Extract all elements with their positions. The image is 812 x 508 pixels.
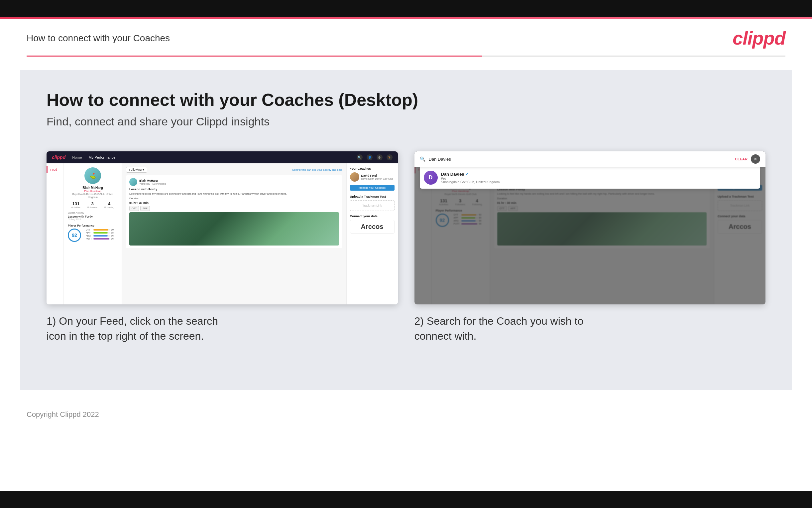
result-role: Pro bbox=[441, 177, 500, 180]
clippd-logo: clippd bbox=[732, 27, 785, 49]
app-topbar-icons: 🔍 👤 ⚙ 🏌 bbox=[356, 154, 392, 160]
result-name[interactable]: Dan Davies bbox=[441, 172, 464, 177]
manage-coaches-button[interactable]: Manage Your Coaches bbox=[350, 185, 394, 190]
user-club: Royal North Devon Golf Club, United King… bbox=[68, 193, 118, 199]
page-heading: How to connect with your Coaches (Deskto… bbox=[47, 90, 765, 110]
coach-club: Royal North Devon Golf Club bbox=[361, 177, 393, 180]
page-subheading: Find, connect and share your Clippd insi… bbox=[47, 115, 765, 128]
coaches-section: Your Coaches David Ford Royal North Devo… bbox=[350, 167, 394, 190]
stat-activities-label: Activities bbox=[71, 206, 81, 209]
upload-header: Upload a Trackman Test bbox=[350, 195, 394, 198]
top-bar bbox=[0, 0, 812, 17]
activity-desc: Looking to feel like my hands are exitin… bbox=[129, 192, 339, 196]
arccos-logo: Arccos bbox=[350, 220, 394, 234]
verified-icon: ✔ bbox=[466, 172, 469, 176]
connect-section: Connect your data Arccos bbox=[350, 214, 394, 234]
header: How to connect with your Coaches clippd bbox=[0, 17, 812, 55]
perf-bar-arg: ARG 86 bbox=[86, 235, 114, 237]
trackman-placeholder: Trackman Link bbox=[350, 200, 394, 211]
mock-app-left: clippd Home My Performance 🔍 👤 ⚙ 🏌 bbox=[47, 152, 398, 304]
stat-followers-num: 3 bbox=[87, 201, 97, 206]
stat-activities: 131 Activities bbox=[71, 201, 81, 209]
stat-following: 4 Following bbox=[104, 201, 114, 209]
footer: Copyright Clippd 2022 bbox=[0, 404, 812, 432]
search-icon-overlay: 🔍 bbox=[420, 156, 425, 162]
search-bar-overlay: 🔍 Dan Davies CLEAR ✕ bbox=[415, 152, 766, 167]
app-sidebar-left: Feed bbox=[47, 163, 64, 304]
screenshot-frame-2: clippd Home My Performance Feed ⛳ Blair … bbox=[415, 152, 766, 304]
activity-user-avatar bbox=[129, 178, 137, 186]
stat-followers: 3 Followers bbox=[87, 201, 97, 209]
avatar-icon[interactable]: 🏌 bbox=[387, 154, 392, 160]
off-btn[interactable]: OTT bbox=[129, 206, 139, 211]
activity-meta: Yesterday · Sunningdale bbox=[139, 182, 166, 185]
app-body-left: Feed ⛳ Blair McHarg Plus Handicap Royal … bbox=[47, 163, 398, 304]
screenshot-block-1: clippd Home My Performance 🔍 👤 ⚙ 🏌 bbox=[47, 152, 398, 344]
activity-duration: Duration bbox=[129, 197, 339, 200]
stat-activities-num: 131 bbox=[71, 201, 81, 206]
app-left-panel: ⛳ Blair McHarg Plus Handicap Royal North… bbox=[64, 163, 122, 304]
following-button[interactable]: Following ▾ bbox=[126, 167, 147, 173]
app-btn[interactable]: APP bbox=[140, 206, 150, 211]
search-result-dropdown: D Dan Davies ✔ Pro Sunningdale Golf Club… bbox=[420, 167, 761, 188]
profile-icon[interactable]: 👤 bbox=[367, 154, 373, 160]
perf-score: 92 bbox=[68, 228, 81, 242]
app-main-panel-left: Following ▾ Control who can see your act… bbox=[122, 163, 346, 304]
search-overlay: 🔍 Dan Davies CLEAR ✕ D Dan Davies ✔ Pro bbox=[415, 152, 766, 304]
coach-avatar bbox=[350, 172, 359, 182]
app-right-panel-left: Your Coaches David Ford Royal North Devo… bbox=[346, 163, 398, 304]
coaches-header: Your Coaches bbox=[350, 167, 394, 170]
step-label-1: 1) On your Feed, click on the searchicon… bbox=[47, 314, 398, 344]
settings-icon[interactable]: ⚙ bbox=[377, 154, 383, 160]
close-search-button[interactable]: ✕ bbox=[751, 154, 760, 164]
perf-bar-app: APP 85 bbox=[86, 231, 114, 234]
user-stats: 131 Activities 3 Followers 4 Following bbox=[68, 201, 118, 209]
user-hcp: Plus Handicap bbox=[68, 189, 118, 193]
activity-name: Lesson with Fordy bbox=[68, 215, 118, 218]
app-nav-home: Home bbox=[72, 155, 82, 159]
result-info: Dan Davies ✔ Pro Sunningdale Golf Club, … bbox=[441, 172, 500, 184]
app-logo-left: clippd bbox=[52, 155, 65, 160]
feed-tab[interactable]: Feed bbox=[47, 166, 63, 173]
result-avatar: D bbox=[424, 171, 438, 185]
clear-button[interactable]: CLEAR bbox=[735, 157, 748, 161]
coach-item: David Ford Royal North Devon Golf Club bbox=[350, 172, 394, 182]
header-divider bbox=[27, 55, 785, 56]
user-name: Blair McHarg bbox=[68, 186, 118, 189]
following-bar: Following ▾ Control who can see your act… bbox=[126, 167, 342, 173]
duration-value: 01 hr : 30 min bbox=[129, 201, 339, 205]
activity-user-name: Blair McHarg bbox=[139, 179, 166, 182]
app-topbar-left: clippd Home My Performance 🔍 👤 ⚙ 🏌 bbox=[47, 152, 398, 163]
search-icon[interactable]: 🔍 bbox=[356, 154, 363, 160]
search-input-display[interactable]: Dan Davies bbox=[429, 157, 732, 162]
control-link[interactable]: Control who can see your activity and da… bbox=[292, 168, 342, 171]
screenshot-frame-1: clippd Home My Performance 🔍 👤 ⚙ 🏌 bbox=[47, 152, 398, 304]
user-avatar: ⛳ bbox=[85, 167, 101, 184]
connect-header: Connect your data bbox=[350, 214, 394, 218]
player-perf: Player Performance 92 OTT 90 bbox=[68, 224, 118, 242]
stat-following-num: 4 bbox=[104, 201, 114, 206]
perf-bars: OTT 90 APP 85 bbox=[86, 228, 114, 241]
perf-bar-ott: OTT 90 bbox=[86, 228, 114, 231]
latest-activity-label: Latest Activity bbox=[68, 211, 118, 214]
screenshots-row: clippd Home My Performance 🔍 👤 ⚙ 🏌 bbox=[47, 152, 765, 344]
stat-followers-label: Followers bbox=[87, 206, 97, 209]
activity-card: Blair McHarg Yesterday · Sunningdale Les… bbox=[126, 175, 342, 248]
step-label-2: 2) Search for the Coach you wish toconne… bbox=[415, 314, 766, 344]
activity-date: 03 Aug 2022 bbox=[68, 218, 118, 220]
activity-title: Lesson with Fordy bbox=[129, 187, 339, 191]
page-title: How to connect with your Coaches bbox=[27, 33, 170, 44]
upload-section: Upload a Trackman Test Trackman Link bbox=[350, 195, 394, 211]
screenshot-block-2: clippd Home My Performance Feed ⛳ Blair … bbox=[415, 152, 766, 344]
player-perf-title: Player Performance bbox=[68, 224, 118, 227]
bottom-bar bbox=[0, 491, 812, 508]
coach-name: David Ford bbox=[361, 174, 393, 177]
activity-image bbox=[129, 212, 339, 246]
result-club: Sunningdale Golf Club, United Kingdom bbox=[441, 180, 500, 184]
activity-card-header: Blair McHarg Yesterday · Sunningdale bbox=[129, 178, 339, 186]
app-nav-myperformance: My Performance bbox=[89, 155, 116, 159]
pink-stripe bbox=[0, 17, 812, 19]
main-content: How to connect with your Coaches (Deskto… bbox=[20, 70, 792, 390]
perf-bar-putt: PUTT 96 bbox=[86, 238, 114, 240]
copyright-text: Copyright Clippd 2022 bbox=[27, 410, 99, 419]
